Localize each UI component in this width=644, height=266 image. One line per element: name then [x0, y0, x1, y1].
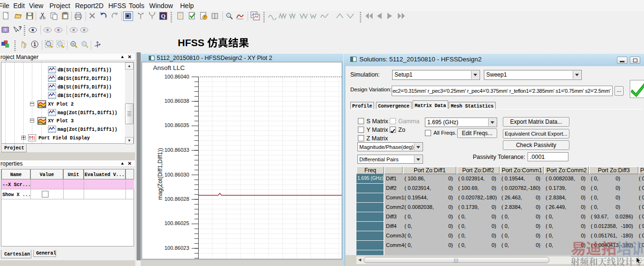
svg-text:?: ?	[19, 26, 21, 31]
svg-text:Q: Q	[161, 13, 165, 20]
svg-text:+: +	[72, 42, 75, 46]
svg-text:1: 1	[33, 41, 36, 47]
svg-text:?: ?	[4, 28, 7, 32]
